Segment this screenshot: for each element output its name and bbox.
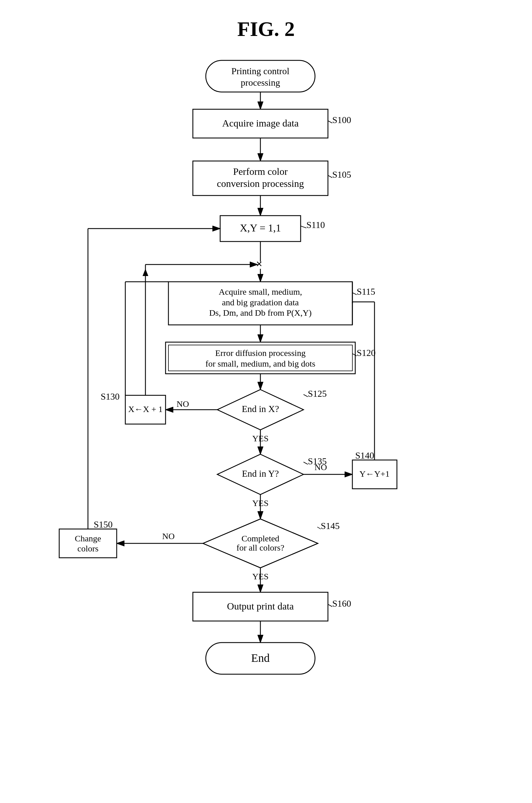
s125-no-label: NO xyxy=(176,399,189,409)
s115-step: S115 xyxy=(357,286,375,297)
start-label-line1: Printing control xyxy=(231,66,289,76)
s105-tick xyxy=(328,175,332,178)
s145-no-label: NO xyxy=(162,531,174,541)
s125-label: End in X? xyxy=(242,404,279,414)
s120-label-line1: Error diffusion processing xyxy=(215,348,305,358)
s145-step: S145 xyxy=(321,521,340,531)
s120-label-line2: for small, medium, and big dots xyxy=(205,359,315,368)
s115-tick xyxy=(353,293,357,295)
s105-label-line2: conversion processing xyxy=(217,178,304,189)
s145-tick xyxy=(317,527,321,529)
s105-step: S105 xyxy=(332,169,351,180)
s130-label: X←X + 1 xyxy=(128,404,163,414)
s135-label: End in Y? xyxy=(242,468,279,479)
figure-title: FIG. 2 xyxy=(237,17,294,41)
s115-label-line2: and big gradation data xyxy=(222,298,299,307)
s145-label-line2: for all colors? xyxy=(236,543,284,552)
s140-step: S140 xyxy=(355,450,374,461)
flowchart-svg: Printing control processing Acquire imag… xyxy=(36,52,496,793)
s150-node xyxy=(59,529,117,558)
s125-tick xyxy=(304,394,308,397)
loop-up-arrow xyxy=(142,269,148,276)
s125-step: S125 xyxy=(308,388,327,399)
s135-no-label: NO xyxy=(315,462,327,472)
s130-step: S130 xyxy=(100,391,119,401)
s150-label-line2: colors xyxy=(77,544,98,553)
s100-label: Acquire image data xyxy=(222,118,298,129)
s145-label-line1: Completed xyxy=(242,534,279,543)
s160-label: Output print data xyxy=(227,601,293,612)
s110-tick xyxy=(301,226,306,228)
s140-label: Y←Y+1 xyxy=(359,469,390,479)
s135-tick xyxy=(304,462,308,464)
s110-step: S110 xyxy=(306,220,325,230)
end-label: End xyxy=(251,652,269,665)
s150-label-line1: Change xyxy=(75,534,101,543)
s150-step: S150 xyxy=(94,519,113,529)
s115-label-line1: Acquire small, medium, xyxy=(219,287,302,296)
flowchart: Printing control processing Acquire imag… xyxy=(0,52,532,793)
s105-label-line1: Perform color xyxy=(233,166,288,177)
s100-tick xyxy=(328,121,332,123)
s100-step: S100 xyxy=(332,115,351,125)
page: FIG. 2 Printing control processing Acqui… xyxy=(0,0,532,803)
s160-tick xyxy=(328,604,332,606)
s120-step: S120 xyxy=(357,348,376,358)
s160-step: S160 xyxy=(332,598,351,609)
s110-label: X,Y = 1,1 xyxy=(240,222,281,234)
s115-label-line3: Ds, Dm, and Db from P(X,Y) xyxy=(209,308,311,318)
start-label-line2: processing xyxy=(241,77,280,88)
